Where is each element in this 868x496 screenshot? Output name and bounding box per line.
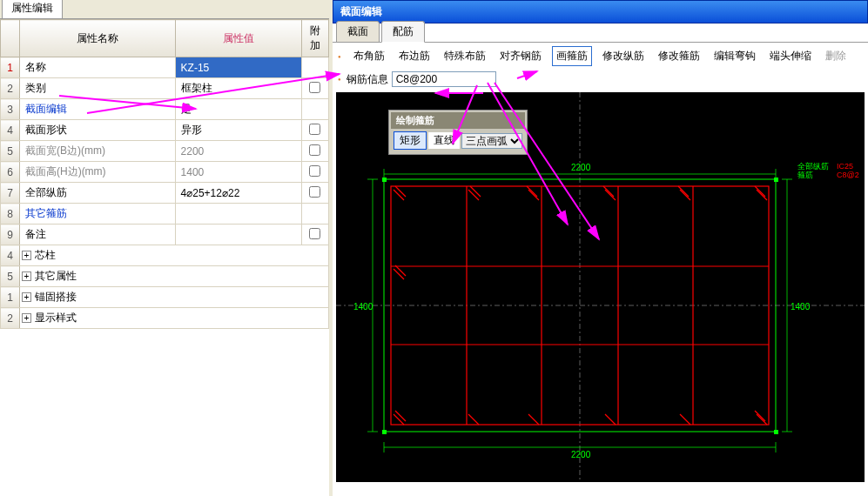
left-tabs: 属性编辑 (0, 0, 329, 19)
col-idx-header (1, 20, 20, 57)
draw-stirrup-panel[interactable]: 绘制箍筋 矩形 直线 三点画弧 (388, 110, 528, 155)
table-row[interactable]: 8其它箍筋 (1, 204, 329, 225)
row-extra[interactable] (301, 162, 328, 183)
btn-delete[interactable]: 删除 (822, 47, 850, 65)
svg-line-34 (528, 414, 539, 425)
row-index: 6 (1, 162, 20, 183)
svg-line-22 (680, 190, 690, 200)
btn-align-rebar[interactable]: 对齐钢筋 (496, 47, 545, 65)
expand-icon[interactable]: + (22, 292, 31, 302)
row-index: 1 (1, 287, 20, 308)
svg-line-25 (603, 186, 614, 197)
svg-line-17 (470, 186, 481, 197)
row-value[interactable] (175, 225, 301, 245)
btn-corner-rebar[interactable]: 布角筋 (350, 47, 388, 65)
dot-icon: ● (338, 77, 341, 82)
svg-line-29 (395, 411, 406, 421)
row-extra[interactable] (301, 141, 328, 162)
select-arc-mode[interactable]: 三点画弧 (461, 133, 522, 149)
row-index: 8 (1, 204, 20, 225)
property-table: 属性名称 属性值 附加 1名称KZ-152类别框架柱3截面编辑是4截面形状异形5… (0, 19, 329, 329)
svg-line-24 (605, 190, 616, 200)
row-name: 类别 (19, 78, 175, 99)
btn-end-extend[interactable]: 端头伸缩 (766, 47, 815, 65)
row-name: 截面高(H边)(mm) (19, 162, 175, 183)
row-value[interactable] (175, 204, 301, 225)
group-row[interactable]: +其它属性 (19, 266, 328, 287)
table-row[interactable]: 7全部纵筋4⌀25+12⌀22 (1, 183, 329, 204)
row-index: 4 (1, 120, 20, 141)
extra-checkbox[interactable] (309, 165, 320, 177)
table-row[interactable]: 1+锚固搭接 (1, 287, 329, 308)
row-extra[interactable] (301, 78, 328, 99)
table-row[interactable]: 3截面编辑是 (1, 99, 329, 120)
svg-line-18 (394, 269, 404, 279)
row-value[interactable]: 1400 (175, 162, 301, 183)
row-value[interactable]: 框架柱 (175, 78, 301, 99)
btn-draw-rect[interactable]: 矩形 (394, 131, 427, 150)
draw-panel-title: 绘制箍筋 (391, 112, 525, 129)
row-value[interactable]: 4⌀25+12⌀22 (175, 183, 301, 204)
svg-line-19 (395, 265, 406, 276)
row-extra[interactable] (301, 225, 328, 245)
tab-property-edit[interactable]: 属性编辑 (2, 0, 63, 18)
row-extra[interactable] (301, 204, 328, 225)
extra-checkbox[interactable] (309, 144, 320, 156)
btn-draw-line[interactable]: 直线 (428, 132, 460, 149)
svg-line-16 (468, 190, 479, 200)
table-row[interactable]: 5+其它属性 (1, 266, 329, 287)
table-row[interactable]: 2+显示样式 (1, 308, 329, 329)
table-row[interactable]: 5截面宽(B边)(mm)2200 (1, 141, 329, 162)
row-extra[interactable] (301, 99, 328, 120)
svg-line-23 (678, 186, 689, 197)
row-index: 7 (1, 183, 20, 204)
extra-checkbox[interactable] (309, 186, 320, 198)
svg-line-31 (755, 411, 765, 421)
table-row[interactable]: 2类别框架柱 (1, 78, 329, 99)
row-value[interactable]: 异形 (175, 120, 301, 141)
row-value[interactable]: KZ-15 (175, 57, 301, 78)
svg-line-27 (527, 186, 537, 197)
table-row[interactable]: 4截面形状异形 (1, 120, 329, 141)
svg-rect-1 (382, 178, 387, 182)
extra-checkbox[interactable] (309, 228, 320, 239)
btn-edit-hook[interactable]: 编辑弯钩 (710, 47, 759, 65)
svg-line-35 (468, 414, 479, 425)
expand-icon[interactable]: + (22, 271, 31, 281)
steel-info-input[interactable] (392, 71, 496, 87)
btn-modify-vertical[interactable]: 修改纵筋 (599, 47, 648, 65)
row-extra[interactable] (301, 183, 328, 204)
tab-reinforcement[interactable]: 配筋 (381, 21, 425, 43)
svg-line-14 (394, 190, 404, 200)
extra-checkbox[interactable] (309, 82, 320, 93)
section-editor-panel: 截面编辑 截面 配筋 ● 布角筋 布边筋 特殊布筋 对齐钢筋 画箍筋 修改纵筋 … (333, 0, 868, 496)
legend-vert: 全部纵筋 (797, 162, 829, 171)
group-row[interactable]: +显示样式 (19, 308, 328, 329)
row-index: 3 (1, 99, 20, 120)
drawing-canvas[interactable]: 绘制箍筋 矩形 直线 三点画弧 (336, 92, 865, 482)
group-row[interactable]: +锚固搭接 (19, 287, 328, 308)
table-row[interactable]: 4+芯柱 (1, 245, 329, 266)
steel-info-row: ● 钢筋信息 (333, 70, 868, 92)
row-extra[interactable] (301, 120, 328, 141)
group-row[interactable]: +芯柱 (19, 245, 328, 266)
btn-draw-stirrup[interactable]: 画箍筋 (552, 46, 592, 66)
btn-edge-rebar[interactable]: 布边筋 (395, 47, 434, 65)
row-name: 备注 (19, 225, 175, 245)
table-row[interactable]: 6截面高(H边)(mm)1400 (1, 162, 329, 183)
btn-modify-stirrup[interactable]: 修改箍筋 (655, 47, 703, 65)
row-index: 1 (1, 57, 20, 78)
svg-line-21 (755, 186, 765, 197)
extra-checkbox[interactable] (309, 124, 320, 135)
expand-icon[interactable]: + (22, 313, 31, 323)
col-value-header: 属性值 (175, 20, 301, 57)
table-row[interactable]: 1名称KZ-15 (1, 57, 329, 78)
row-extra[interactable] (301, 57, 328, 78)
table-row[interactable]: 9备注 (1, 225, 329, 245)
row-value[interactable]: 2200 (175, 141, 301, 162)
row-value[interactable]: 是 (175, 99, 301, 120)
expand-icon[interactable]: + (22, 251, 31, 260)
tab-section[interactable]: 截面 (336, 21, 380, 43)
svg-line-33 (605, 414, 616, 425)
btn-special-rebar[interactable]: 特殊布筋 (441, 47, 489, 65)
